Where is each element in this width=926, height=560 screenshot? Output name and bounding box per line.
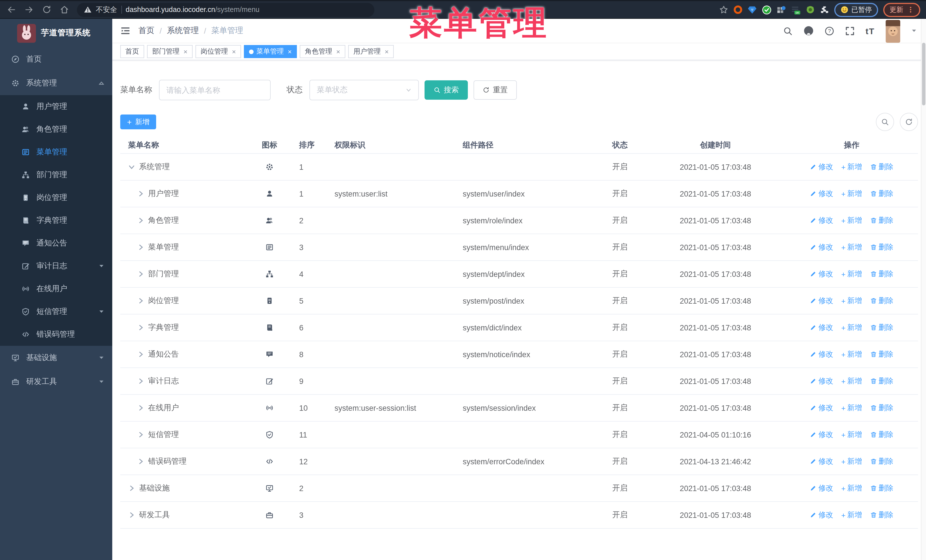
help-icon[interactable]: ? [825, 26, 834, 36]
edit-link[interactable]: 修改 [810, 376, 833, 386]
view-tab-4[interactable]: 菜单管理 × [244, 45, 297, 58]
sidebar-item-3[interactable]: 用户管理 [0, 95, 112, 118]
add-link[interactable]: +新增 [841, 403, 862, 413]
extensions-puzzle-icon[interactable] [820, 5, 829, 14]
add-link[interactable]: +新增 [841, 189, 862, 199]
add-link[interactable]: +新增 [841, 215, 862, 226]
expand-caret[interactable] [137, 297, 144, 304]
breadcrumb-item-system[interactable]: 系统管理 [167, 26, 199, 36]
update-button[interactable]: 更新 [883, 3, 920, 17]
edit-link[interactable]: 修改 [810, 483, 833, 494]
back-button[interactable] [7, 5, 16, 14]
reload-button[interactable] [42, 5, 51, 14]
edit-link[interactable]: 修改 [810, 349, 833, 359]
view-tab-1[interactable]: 首页 [120, 45, 144, 58]
sidebar-item-5[interactable]: 菜单管理 [0, 141, 112, 163]
delete-link[interactable]: 删除 [870, 215, 894, 226]
extension-icon-monkey[interactable] [806, 5, 815, 14]
sidebar-item-15[interactable]: 研发工具 [0, 370, 112, 394]
add-link[interactable]: +新增 [841, 376, 862, 386]
expand-caret[interactable] [137, 324, 144, 331]
sidebar-item-11[interactable]: 在线用户 [0, 278, 112, 300]
home-button[interactable] [60, 5, 69, 14]
add-link[interactable]: +新增 [841, 242, 862, 252]
add-link[interactable]: +新增 [841, 323, 862, 333]
sidebar-item-10[interactable]: 审计日志 [0, 255, 112, 278]
header-search-icon[interactable] [783, 26, 793, 36]
sidebar-item-12[interactable]: 短信管理 [0, 300, 112, 323]
delete-link[interactable]: 删除 [870, 349, 894, 359]
edit-link[interactable]: 修改 [810, 430, 833, 440]
expand-caret[interactable] [128, 163, 135, 171]
menu-name-input[interactable] [159, 80, 271, 100]
status-select[interactable]: 菜单状态 [309, 80, 419, 100]
sidebar-item-2[interactable]: 系统管理 [0, 71, 112, 95]
view-tab-6[interactable]: 用户管理 × [348, 45, 394, 58]
edit-link[interactable]: 修改 [810, 323, 833, 333]
add-link[interactable]: +新增 [841, 510, 862, 520]
delete-link[interactable]: 删除 [870, 403, 894, 413]
page-scrollbar[interactable] [921, 19, 926, 560]
expand-caret[interactable] [137, 217, 144, 224]
breadcrumb-item-home[interactable]: 首页 [138, 26, 154, 36]
delete-link[interactable]: 删除 [870, 269, 894, 279]
address-bar[interactable]: 不安全 dashboard.yudao.iocoder.cn/system/me… [77, 3, 374, 17]
sidebar-item-6[interactable]: 部门管理 [0, 163, 112, 186]
expand-caret[interactable] [137, 405, 144, 411]
view-tab-5[interactable]: 角色管理 × [300, 45, 345, 58]
edit-link[interactable]: 修改 [810, 215, 833, 226]
kebab-menu-icon[interactable] [907, 6, 914, 13]
add-link[interactable]: +新增 [841, 269, 862, 279]
view-tab-2[interactable]: 部门管理 × [147, 45, 193, 58]
bookmark-star-icon[interactable] [719, 5, 728, 14]
font-size-button[interactable]: tT [865, 26, 875, 36]
search-button[interactable]: 搜索 [425, 80, 468, 100]
add-menu-button[interactable]: + 新增 [120, 115, 156, 129]
close-icon[interactable]: × [385, 48, 389, 56]
sidebar-item-7[interactable]: 岗位管理 [0, 186, 112, 209]
edit-link[interactable]: 修改 [810, 189, 833, 199]
extension-icon-grid[interactable] [777, 5, 786, 14]
refresh-table-button[interactable] [900, 113, 918, 131]
expand-caret[interactable] [137, 378, 144, 385]
sidebar-item-8[interactable]: 字典管理 [0, 209, 112, 232]
expand-caret[interactable] [137, 270, 144, 278]
edit-link[interactable]: 修改 [810, 296, 833, 306]
reset-button[interactable]: 重置 [474, 80, 517, 100]
view-tab-3[interactable]: 岗位管理 × [195, 45, 241, 58]
expand-caret[interactable] [137, 351, 144, 358]
edit-link[interactable]: 修改 [810, 403, 833, 413]
delete-link[interactable]: 删除 [870, 323, 894, 333]
add-link[interactable]: +新增 [841, 296, 862, 306]
add-link[interactable]: +新增 [841, 483, 862, 494]
delete-link[interactable]: 删除 [870, 242, 894, 252]
fullscreen-icon[interactable] [845, 26, 855, 36]
add-link[interactable]: +新增 [841, 456, 862, 466]
delete-link[interactable]: 删除 [870, 189, 894, 199]
edit-link[interactable]: 修改 [810, 269, 833, 279]
expand-caret[interactable] [128, 512, 135, 518]
expand-caret[interactable] [137, 458, 144, 465]
delete-link[interactable]: 删除 [870, 430, 894, 440]
delete-link[interactable]: 删除 [870, 296, 894, 306]
extension-icon-gem[interactable] [747, 5, 757, 14]
sidebar-item-1[interactable]: 首页 [0, 47, 112, 71]
extension-icon-check[interactable] [762, 5, 772, 15]
edit-link[interactable]: 修改 [810, 242, 833, 252]
add-link[interactable]: +新增 [841, 430, 862, 440]
delete-link[interactable]: 删除 [870, 483, 894, 494]
app-logo-row[interactable]: 芋道管理系统 [0, 19, 112, 47]
collapse-sidebar-button[interactable] [115, 26, 136, 36]
edit-link[interactable]: 修改 [810, 510, 833, 520]
delete-link[interactable]: 删除 [870, 456, 894, 466]
expand-caret[interactable] [128, 485, 135, 492]
sidebar-item-13[interactable]: 错误码管理 [0, 323, 112, 346]
close-icon[interactable]: × [288, 48, 292, 56]
expand-caret[interactable] [137, 431, 144, 438]
scrollbar-thumb[interactable] [922, 43, 925, 106]
delete-link[interactable]: 删除 [870, 510, 894, 520]
close-icon[interactable]: × [232, 48, 236, 56]
sidebar-item-4[interactable]: 角色管理 [0, 118, 112, 141]
user-avatar[interactable] [885, 20, 900, 42]
add-link[interactable]: +新增 [841, 162, 862, 172]
